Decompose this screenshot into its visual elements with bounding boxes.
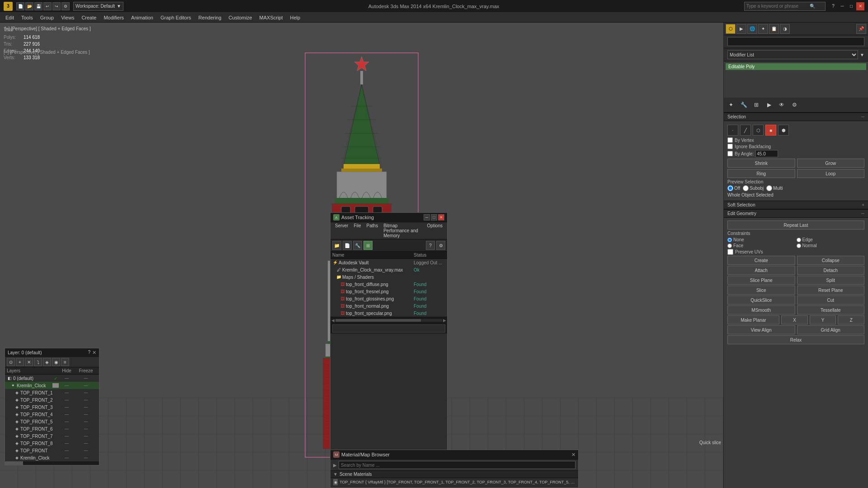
asset-toolbar-icon-3[interactable]: 🔧	[353, 241, 362, 250]
ring-button[interactable]: Ring	[727, 169, 795, 178]
material-search-input[interactable]	[339, 461, 576, 469]
environment-icon[interactable]: 🌐	[747, 24, 757, 34]
asset-path-input[interactable]	[332, 324, 445, 333]
loop-button[interactable]: Loop	[797, 169, 865, 178]
modify-mode-icon[interactable]: 🔧	[738, 99, 749, 110]
element-select-icon[interactable]: ⬢	[778, 125, 789, 136]
help-icon[interactable]: ?	[829, 2, 837, 10]
layer-item-top-front-5[interactable]: ◈ TOP_FRONT_5 — —	[5, 418, 99, 425]
asset-row-glossines[interactable]: 🖼 top_front_glossines.png Found	[330, 295, 447, 302]
collapse-button[interactable]: Collapse	[797, 256, 865, 265]
close-button[interactable]: ✕	[856, 2, 864, 10]
layer-item-kremlin-clock-2[interactable]: ◈ Kremlin_Clock — —	[5, 454, 99, 461]
search-input[interactable]	[746, 4, 810, 9]
layer-new-icon[interactable]: +	[16, 358, 24, 366]
new-icon[interactable]: 📄	[16, 2, 24, 10]
asset-menu-paths[interactable]: Paths	[364, 222, 381, 239]
border-select-icon[interactable]: ⬡	[753, 125, 764, 136]
asset-row-fresnel[interactable]: 🖼 top_front_fresnel.png Found	[330, 288, 447, 295]
asset-scroll-right[interactable]: ▶	[443, 318, 446, 323]
asset-close-button[interactable]: ✕	[438, 214, 444, 221]
active-shade-icon[interactable]: ◑	[780, 24, 790, 34]
layer-item-top-front-2[interactable]: ◈ TOP_FRONT_2 — —	[5, 396, 99, 404]
asset-row-normal[interactable]: 🖼 top_front_normal.png Found	[330, 302, 447, 310]
menu-views[interactable]: Views	[57, 13, 78, 23]
render-message-icon[interactable]: 📋	[769, 24, 779, 34]
asset-toolbar-icon-4-active[interactable]: ⊞	[363, 241, 373, 250]
asset-scroll-left[interactable]: ◀	[331, 318, 335, 323]
asset-menu-file[interactable]: File	[351, 222, 363, 239]
redo-icon[interactable]: ↪	[52, 2, 61, 10]
asset-menu-server[interactable]: Server	[332, 222, 351, 239]
asset-row-maps-folder[interactable]: 📁 Maps / Shaders	[330, 273, 447, 281]
open-icon[interactable]: 📂	[25, 2, 33, 10]
edit-geometry-header[interactable]: Edit Geometry ─	[724, 209, 868, 218]
msmooth-button[interactable]: MSmooth	[727, 305, 795, 314]
constraint-edge[interactable]: Edge	[797, 237, 865, 242]
menu-group[interactable]: Group	[37, 13, 58, 23]
constraint-normal-radio[interactable]	[797, 244, 801, 248]
constraint-normal[interactable]: Normal	[797, 243, 865, 248]
layer-item-top-front-6[interactable]: ◈ TOP_FRONT_6 — —	[5, 425, 99, 432]
object-name-input[interactable]: TOP_FRONT_4	[727, 37, 864, 46]
layer-item-top-front-1[interactable]: ◈ TOP_FRONT_1 — —	[5, 389, 99, 396]
asset-minimize-button[interactable]: ─	[424, 214, 430, 221]
split-button[interactable]: Split	[797, 276, 865, 285]
asset-row-vault[interactable]: ⚡ Autodesk Vault Logged Out ...	[330, 259, 447, 266]
undo-icon[interactable]: ↩	[43, 2, 52, 10]
relax-button[interactable]: Relax	[727, 335, 864, 344]
by-angle-checkbox[interactable]	[727, 151, 733, 156]
create-mode-icon[interactable]: ✦	[726, 99, 736, 110]
constraint-face[interactable]: Face	[727, 243, 796, 248]
layer-item-kremlin-clock[interactable]: ✦ Kremlin_Clock — —	[5, 382, 99, 389]
preview-subobj-radio[interactable]	[743, 185, 749, 191]
menu-help[interactable]: Help	[287, 13, 304, 23]
layer-set-current-icon[interactable]: ⊙	[7, 358, 15, 366]
asset-toolbar-help[interactable]: ?	[426, 241, 435, 250]
grow-button[interactable]: Grow	[797, 159, 865, 168]
quickslice-button[interactable]: QuickSlice	[727, 296, 795, 305]
search-box[interactable]: 🔍	[744, 2, 826, 11]
effects-icon[interactable]: ✦	[758, 24, 768, 34]
layer-item-top-front-3[interactable]: ◈ TOP_FRONT_3 — —	[5, 404, 99, 411]
search-collapse-icon[interactable]: ▶	[333, 463, 337, 468]
asset-restore-button[interactable]: □	[431, 214, 437, 221]
layer-close-button[interactable]: ✕	[92, 350, 96, 356]
grid-align-button[interactable]: Grid Align	[797, 325, 865, 334]
ignore-backfacing-checkbox[interactable]	[727, 144, 733, 149]
layer-select-icon[interactable]: ◈	[43, 358, 51, 366]
layer-panel-header[interactable]: Layer: 0 (default) ? ✕	[5, 348, 99, 357]
constraint-none[interactable]: None	[727, 237, 796, 242]
menu-modifiers[interactable]: Modifiers	[100, 13, 127, 23]
utilities-mode-icon[interactable]: ⚙	[789, 99, 800, 110]
layer-item-top-front-7[interactable]: ◈ TOP_FRONT_7 — —	[5, 432, 99, 440]
layer-help-icon[interactable]: ?	[88, 350, 90, 356]
workspace-dropdown[interactable]: Workspace: Default ▼	[73, 2, 123, 11]
layer-scrollbar[interactable]	[5, 461, 99, 465]
layer-item-top-front[interactable]: ◈ TOP_FRONT — —	[5, 447, 99, 454]
preserve-uvs-checkbox[interactable]	[727, 249, 733, 255]
edge-select-icon[interactable]: ╱	[740, 125, 751, 136]
material-close-button[interactable]: ✕	[571, 452, 576, 458]
layer-highlight-icon[interactable]: ◉	[52, 358, 60, 366]
x-button[interactable]: X	[781, 315, 808, 324]
vertex-select-icon[interactable]: ·	[727, 125, 738, 136]
asset-row-max-file[interactable]: 🖊 Kremlin_Clock_max_vray.max Ok	[330, 266, 447, 273]
cut-button[interactable]: Cut	[797, 296, 865, 305]
preview-multi-option[interactable]: Multi	[766, 185, 783, 191]
by-angle-value[interactable]	[755, 150, 778, 157]
menu-animation[interactable]: Animation	[127, 13, 157, 23]
layer-item-top-front-4[interactable]: ◈ TOP_FRONT_4 — —	[5, 411, 99, 418]
viewport[interactable]: Total Polys:114 618 Tris:227 916 Edges:2…	[0, 23, 723, 488]
pin-icon[interactable]: 📌	[856, 24, 866, 34]
constraint-face-radio[interactable]	[727, 244, 732, 248]
motion-mode-icon[interactable]: ▶	[764, 99, 774, 110]
menu-rendering[interactable]: Rendering	[195, 13, 225, 23]
by-vertex-checkbox[interactable]	[727, 137, 733, 143]
asset-row-diffuse[interactable]: 🖼 top_front_diffuse.png Found	[330, 281, 447, 288]
reset-plane-button[interactable]: Reset Plane	[797, 286, 865, 295]
maximize-button[interactable]: □	[847, 2, 855, 10]
z-button[interactable]: Z	[838, 315, 864, 324]
asset-menu-bitmap[interactable]: Bitmap Performance and Memory	[381, 222, 424, 239]
preview-off-radio[interactable]	[727, 185, 733, 191]
